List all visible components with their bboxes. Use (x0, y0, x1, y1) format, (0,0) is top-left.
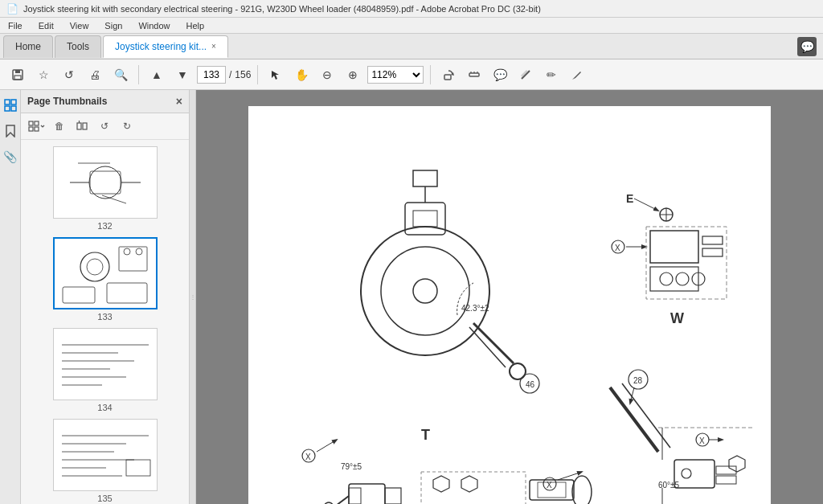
thumbnail-toolbar: 🗑 ↺ ↻ (21, 113, 189, 140)
thumbnail-close-button[interactable]: × (176, 95, 182, 108)
svg-text:X: X (699, 436, 705, 445)
svg-text:W: W (670, 310, 684, 326)
tab-home[interactable]: Home (3, 35, 53, 58)
rotate-button[interactable] (437, 64, 460, 86)
back-button[interactable]: ↺ (58, 64, 80, 86)
thumbnail-item-132[interactable]: 132 (27, 146, 182, 231)
save-button[interactable] (6, 64, 29, 86)
thumbnail-label-135: 135 (97, 494, 112, 503)
svg-rect-58 (413, 170, 437, 186)
svg-point-82 (676, 272, 689, 285)
svg-point-104 (572, 476, 592, 504)
svg-rect-20 (83, 123, 87, 129)
svg-line-93 (333, 496, 349, 504)
thumbnail-image-133 (53, 237, 158, 309)
zoom-in-button[interactable]: ⊕ (342, 64, 364, 86)
title-bar: 📄 Joystick steering kit with secondary e… (0, 0, 823, 18)
svg-rect-14 (11, 106, 16, 111)
thumbnail-list: 132 133 (21, 140, 189, 504)
tab-bar: Home Tools Joystick steering kit... × 💬 (0, 34, 823, 59)
thumb-rotate-left-btn[interactable]: ↺ (95, 117, 114, 136)
menu-window[interactable]: Window (135, 21, 173, 31)
svg-rect-92 (349, 488, 361, 504)
menu-sign[interactable]: Sign (101, 21, 125, 31)
main-area: 📎 Page Thumbnails × 🗑 ↺ ↻ (0, 90, 823, 504)
svg-marker-118 (729, 456, 745, 472)
menu-file[interactable]: File (5, 21, 26, 31)
tab-document[interactable]: Joystick steering kit... × (103, 35, 228, 58)
comment-icon[interactable]: 💬 (797, 37, 817, 56)
svg-line-60 (469, 327, 506, 367)
separator-1 (138, 65, 139, 84)
thumbnail-title: Page Thumbnails (27, 96, 107, 107)
thumbnail-panel: Page Thumbnails × 🗑 ↺ ↻ (21, 90, 190, 504)
svg-text:79°±5: 79°±5 (341, 462, 362, 471)
thumbnail-item-133[interactable]: 133 (27, 237, 182, 322)
thumbnail-item-135[interactable]: 135 (27, 419, 182, 503)
page-total: 156 (235, 69, 251, 80)
svg-rect-56 (413, 211, 437, 227)
technical-drawing: 42.3°±2 46 T X E (264, 122, 755, 504)
svg-text:46: 46 (526, 380, 535, 389)
svg-rect-78 (702, 236, 723, 244)
tab-document-label: Joystick steering kit... (115, 41, 207, 52)
sidebar-bookmark-icon[interactable] (2, 122, 19, 140)
menu-view[interactable]: View (67, 21, 92, 31)
svg-rect-1 (15, 70, 20, 73)
measure-button[interactable] (463, 64, 485, 86)
thumbnail-label-132: 132 (97, 221, 112, 231)
svg-rect-16 (35, 121, 39, 125)
svg-point-54 (413, 279, 437, 303)
svg-text:X: X (615, 244, 620, 252)
svg-rect-79 (702, 248, 723, 256)
print-button[interactable]: 🖨 (84, 64, 106, 86)
zoom-out-button[interactable]: ⊖ (316, 64, 338, 86)
next-page-button[interactable]: ▼ (171, 64, 194, 86)
hand-tool[interactable]: ✋ (290, 64, 313, 86)
svg-text:T: T (421, 427, 430, 443)
page-number-input[interactable] (197, 66, 226, 84)
pdf-content-area[interactable]: 42.3°±2 46 T X E (196, 90, 823, 504)
svg-point-61 (510, 363, 526, 379)
panel-resize-handle[interactable]: ⋮ (190, 90, 196, 504)
separator-2 (257, 65, 258, 84)
svg-rect-44 (54, 420, 157, 490)
bookmark-button[interactable]: ☆ (32, 64, 55, 86)
svg-marker-100 (461, 476, 477, 492)
svg-point-115 (682, 469, 691, 478)
thumbnail-label-134: 134 (97, 403, 112, 412)
comment-button[interactable]: 💬 (489, 64, 511, 86)
sidebar-attachment-icon[interactable]: 📎 (2, 148, 19, 166)
svg-text:E: E (626, 192, 633, 205)
thumbnail-image-132 (53, 146, 158, 219)
svg-rect-22 (54, 147, 157, 218)
thumbnail-item-134[interactable]: 134 (27, 328, 182, 412)
svg-line-59 (473, 323, 514, 363)
svg-line-105 (610, 387, 658, 452)
thumb-rotate-right-btn[interactable]: ↻ (117, 117, 137, 136)
thumb-view-btn[interactable] (27, 117, 47, 136)
sidebar-thumbnail-icon[interactable] (2, 96, 19, 114)
svg-line-68 (558, 472, 582, 480)
svg-rect-114 (674, 460, 714, 488)
thumbnail-label-133: 133 (97, 312, 112, 322)
zoom-select[interactable]: 112% 50% 75% 100% 125% 150% 200% (367, 66, 424, 84)
tab-tools[interactable]: Tools (55, 35, 101, 58)
app-icon: 📄 (6, 3, 18, 14)
svg-point-53 (381, 247, 469, 335)
tab-close-button[interactable]: × (211, 42, 216, 51)
select-tool[interactable] (264, 64, 287, 86)
thumb-delete-btn[interactable]: 🗑 (50, 117, 69, 136)
menu-help[interactable]: Help (183, 21, 208, 31)
sign-button[interactable] (566, 64, 588, 86)
svg-rect-15 (29, 121, 33, 125)
highlight-button[interactable] (514, 64, 537, 86)
find-button[interactable]: 🔍 (109, 64, 132, 86)
drawing-button[interactable]: ✏ (540, 64, 563, 86)
menu-edit[interactable]: Edit (35, 21, 57, 31)
prev-page-button[interactable]: ▲ (145, 64, 168, 86)
page-input-group: / 156 (197, 66, 251, 84)
svg-text:42.3°±2: 42.3°±2 (461, 304, 489, 313)
thumb-insert-btn[interactable] (72, 117, 92, 136)
svg-line-88 (317, 440, 337, 452)
